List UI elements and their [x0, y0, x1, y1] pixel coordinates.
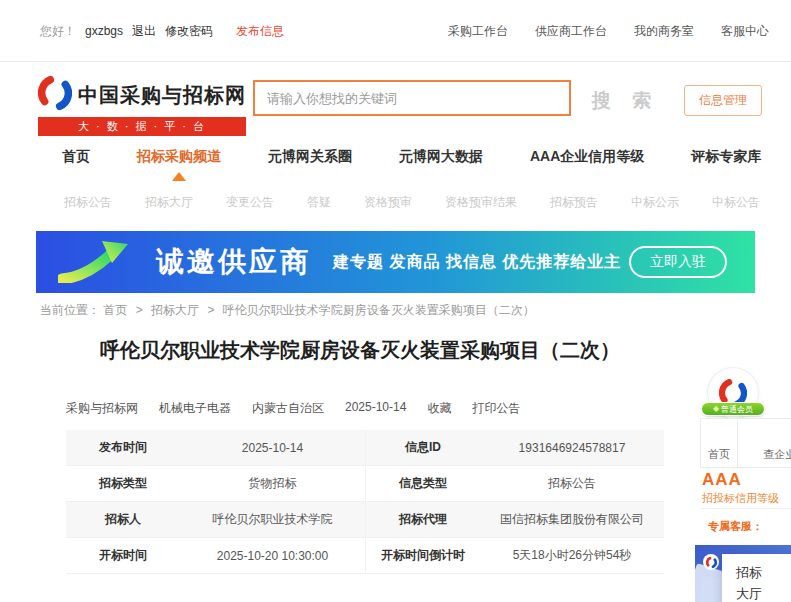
mini-tab-company-lookup[interactable]: 查企业 — [738, 419, 791, 467]
promo-logo-icon — [703, 554, 719, 570]
dedicated-service-label: 专属客服： — [708, 519, 763, 534]
main-nav: 首页 招标采购频道 元博网关系圈 元博网大数据 AAA企业信用等级 评标专家库 — [62, 148, 761, 166]
info-label: 开标时间 — [66, 538, 180, 574]
subnav-bid-hall[interactable]: 招标大厅 — [145, 194, 193, 211]
subnav-qa[interactable]: 答疑 — [307, 194, 331, 211]
info-table: 发布时间 2025-10-14 信息ID 1931646924578817 招标… — [66, 430, 664, 574]
logo-swirl-icon — [38, 76, 72, 114]
info-label: 信息类型 — [365, 466, 480, 502]
print-button[interactable]: 打印公告 — [472, 400, 520, 417]
subnav-prequalification-result[interactable]: 资格预审结果 — [445, 194, 517, 211]
info-label: 开标时间倒计时 — [365, 538, 480, 574]
info-value: 1931646924578817 — [480, 430, 664, 466]
nav-item-aaa-credit[interactable]: AAA企业信用等级 — [530, 148, 644, 166]
site-name: 中国采购与招标网 — [78, 82, 246, 109]
subnav-bid-forecast[interactable]: 招标预告 — [550, 194, 598, 211]
nav-item-big-data[interactable]: 元博网大数据 — [399, 148, 483, 166]
tag-source: 采购与招标网 — [66, 400, 138, 417]
breadcrumb: 当前位置： 首页 > 招标大厅 > 呼伦贝尔职业技术学院厨房设备灭火装置采购项目… — [40, 302, 535, 319]
nav-item-expert-pool[interactable]: 评标专家库 — [691, 148, 761, 166]
info-value: 呼伦贝尔职业技术学院 — [180, 502, 365, 538]
search-button[interactable]: 搜 索 — [592, 88, 659, 114]
banner-subline: 建专题 发商品 找信息 优先推荐给业主 — [333, 252, 621, 273]
info-value: 货物招标 — [180, 466, 365, 502]
page-title: 呼伦贝尔职业技术学院厨房设备灭火装置采购项目（二次） — [40, 337, 680, 364]
change-password-link[interactable]: 修改密码 — [165, 23, 213, 40]
member-level-badge: ◆ 普通会员 — [701, 402, 765, 416]
aaa-credit-title[interactable]: AAA — [702, 470, 742, 490]
member-badge-label: 普通会员 — [721, 404, 753, 415]
site-logo[interactable]: 中国采购与招标网 大 · 数 · 据 · 平 · 台 — [38, 76, 246, 136]
nav-item-bidding-channel[interactable]: 招标采购频道 — [137, 148, 221, 166]
subnav-prequalification[interactable]: 资格预审 — [364, 194, 412, 211]
info-label: 招标类型 — [66, 466, 180, 502]
tag-date: 2025-10-14 — [345, 400, 406, 417]
growth-arrow-icon — [58, 237, 130, 287]
breadcrumb-separator: > — [207, 303, 214, 317]
info-manage-button[interactable]: 信息管理 — [684, 85, 762, 116]
nav-item-label: 招标采购频道 — [137, 148, 221, 164]
username[interactable]: gxzbgs — [85, 24, 123, 38]
logout-link[interactable]: 退出 — [132, 23, 156, 40]
breadcrumb-current: 呼伦贝尔职业技术学院厨房设备灭火装置采购项目（二次） — [223, 303, 535, 317]
user-session-area: 您好！ gxzbgs 退出 修改密码 发布信息 — [40, 0, 284, 62]
top-link-supplier-workbench[interactable]: 供应商工作台 — [535, 23, 607, 40]
breadcrumb-bid-hall[interactable]: 招标大厅 — [151, 303, 199, 317]
sidebar-divider — [700, 508, 791, 509]
subnav-change-announcement[interactable]: 变更公告 — [226, 194, 274, 211]
mini-tab-home[interactable]: 首页 — [701, 419, 738, 467]
banner-headline: 诚邀供应商 — [156, 243, 311, 281]
top-link-service-center[interactable]: 客服中心 — [721, 23, 769, 40]
float-nav-hall[interactable]: 大厅 — [736, 583, 791, 602]
floating-side-nav: 招标 大厅 — [722, 554, 791, 602]
member-mini-tabs: 首页 查企业 — [700, 418, 791, 468]
subnav-winner-publicity[interactable]: 中标公示 — [631, 194, 679, 211]
article-meta-row: 采购与招标网 机械电子电器 内蒙古自治区 2025-10-14 收藏 打印公告 — [66, 400, 520, 417]
tag-region: 内蒙古自治区 — [252, 400, 324, 417]
info-value: 国信招标集团股份有限公司 — [480, 502, 664, 538]
info-label: 信息ID — [365, 430, 480, 466]
aaa-credit-subtitle[interactable]: 招投标信用等级 — [702, 491, 779, 506]
info-value: 2025-10-14 — [180, 430, 365, 466]
publish-info-link[interactable]: 发布信息 — [236, 23, 284, 40]
site-tagline: 大 · 数 · 据 · 平 · 台 — [38, 117, 246, 136]
breadcrumb-home[interactable]: 首页 — [103, 303, 127, 317]
active-nav-caret-icon — [172, 172, 186, 181]
breadcrumb-separator: > — [136, 303, 143, 317]
info-label: 招标代理 — [365, 502, 480, 538]
countdown-value: 5天18小时26分钟54秒 — [480, 538, 664, 574]
nav-item-home[interactable]: 首页 — [62, 148, 90, 166]
subnav-winner-announcement[interactable]: 中标公告 — [712, 194, 760, 211]
top-link-procurement-workbench[interactable]: 采购工作台 — [448, 23, 508, 40]
diamond-icon: ◆ — [713, 405, 719, 413]
info-value: 招标公告 — [480, 466, 664, 502]
greeting-text: 您好！ — [40, 23, 76, 40]
nav-item-relation-circle[interactable]: 元博网关系圈 — [268, 148, 352, 166]
join-now-button[interactable]: 立即入驻 — [629, 246, 727, 278]
top-link-business-room[interactable]: 我的商务室 — [634, 23, 694, 40]
float-nav-bid[interactable]: 招标 — [736, 562, 791, 583]
top-links: 采购工作台 供应商工作台 我的商务室 客服中心 网站导航 关注 — [448, 0, 791, 62]
info-label: 招标人 — [66, 502, 180, 538]
sub-nav: 招标公告 招标大厅 变更公告 答疑 资格预审 资格预审结果 招标预告 中标公示 … — [64, 194, 760, 211]
subnav-bid-announcement[interactable]: 招标公告 — [64, 194, 112, 211]
tag-industry: 机械电子电器 — [159, 400, 231, 417]
favorite-button[interactable]: 收藏 — [427, 400, 451, 417]
info-value: 2025-10-20 10:30:00 — [180, 538, 365, 574]
top-bar: 您好！ gxzbgs 退出 修改密码 发布信息 采购工作台 供应商工作台 我的商… — [0, 0, 791, 62]
search-input[interactable] — [253, 80, 571, 116]
breadcrumb-prefix: 当前位置： — [40, 303, 100, 317]
supplier-banner[interactable]: 诚邀供应商 建专题 发商品 找信息 优先推荐给业主 立即入驻 — [36, 231, 755, 293]
page: 您好！ gxzbgs 退出 修改密码 发布信息 采购工作台 供应商工作台 我的商… — [0, 0, 791, 602]
info-label: 发布时间 — [66, 430, 180, 466]
